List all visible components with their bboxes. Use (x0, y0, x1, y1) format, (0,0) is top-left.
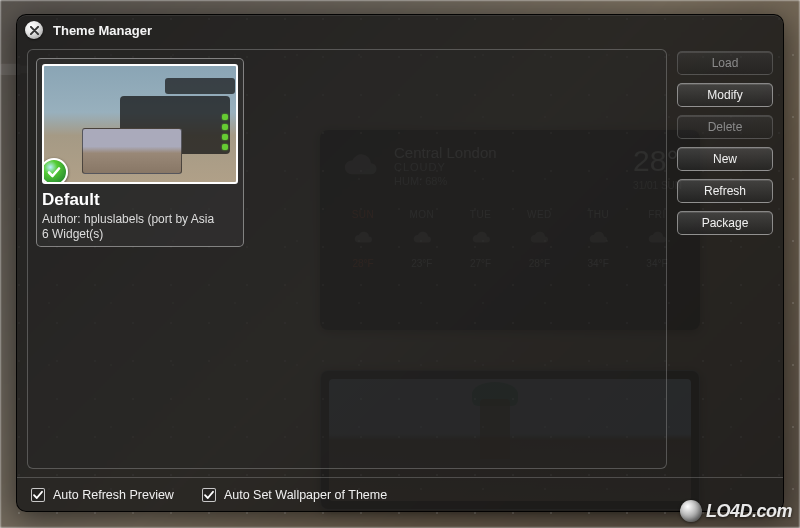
refresh-button[interactable]: Refresh (677, 179, 773, 203)
package-button[interactable]: Package (677, 211, 773, 235)
auto-wallpaper-checkbox[interactable]: Auto Set Wallpaper of Theme (202, 488, 387, 502)
checkbox-box (202, 488, 216, 502)
watermark-text: LO4D.com (706, 501, 792, 522)
modify-button[interactable]: Modify (677, 83, 773, 107)
button-column: Load Modify Delete New Refresh Package (677, 49, 773, 469)
auto-refresh-checkbox[interactable]: Auto Refresh Preview (31, 488, 174, 502)
new-button[interactable]: New (677, 147, 773, 171)
theme-list[interactable]: Default Author: hpluslabels (port by Asi… (27, 49, 667, 469)
watermark: LO4D.com (680, 500, 792, 522)
selected-check-icon (42, 158, 68, 184)
dialog-footer: Auto Refresh Preview Auto Set Wallpaper … (17, 477, 783, 511)
titlebar[interactable]: Theme Manager (17, 15, 783, 45)
theme-manager-dialog: Theme Manager Default Author: hpluslabel… (16, 14, 784, 512)
checkbox-box (31, 488, 45, 502)
delete-button[interactable]: Delete (677, 115, 773, 139)
dialog-title: Theme Manager (53, 23, 152, 38)
theme-author: Author: hpluslabels (port by Asia (42, 211, 238, 227)
check-icon (32, 489, 44, 501)
theme-widget-count: 6 Widget(s) (42, 227, 238, 241)
auto-wallpaper-label: Auto Set Wallpaper of Theme (224, 488, 387, 502)
close-icon (30, 26, 39, 35)
theme-name: Default (42, 190, 238, 210)
close-button[interactable] (25, 21, 43, 39)
load-button[interactable]: Load (677, 51, 773, 75)
theme-thumbnail (42, 64, 238, 184)
globe-icon (680, 500, 702, 522)
theme-card-default[interactable]: Default Author: hpluslabels (port by Asi… (36, 58, 244, 247)
check-icon (203, 489, 215, 501)
auto-refresh-label: Auto Refresh Preview (53, 488, 174, 502)
